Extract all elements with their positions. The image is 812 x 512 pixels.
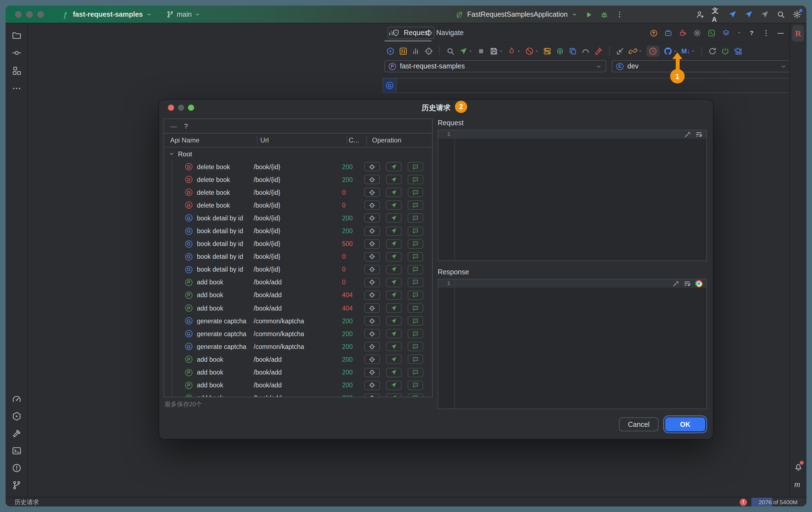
locate-api-button[interactable]	[364, 329, 380, 339]
open-in-browser-chrome-icon[interactable]	[695, 280, 702, 287]
clear-icon[interactable]	[594, 47, 603, 55]
gauge-icon[interactable]	[11, 394, 21, 404]
table-row[interactable]: Padd book/book/add0	[164, 276, 432, 289]
view-detail-button[interactable]	[408, 342, 423, 351]
help-icon[interactable]: ?	[748, 29, 756, 37]
table-row[interactable]: Gbook detail by id/book/{id}200	[164, 212, 432, 224]
view-detail-button[interactable]	[408, 252, 423, 261]
view-detail-icon[interactable]	[412, 189, 419, 196]
contact-icon[interactable]	[707, 29, 716, 37]
view-detail-button[interactable]	[408, 316, 423, 326]
generate-params-icon[interactable]	[556, 47, 564, 55]
warning-icon[interactable]	[11, 463, 21, 473]
view-detail-button[interactable]	[408, 303, 423, 313]
view-detail-icon[interactable]	[412, 215, 419, 221]
resend-request-icon[interactable]	[390, 202, 397, 209]
view-detail-icon[interactable]	[412, 253, 419, 260]
resend-request-button[interactable]	[386, 200, 402, 210]
chevron-expanded-icon[interactable]	[169, 151, 175, 157]
locate-api-icon[interactable]	[369, 330, 375, 337]
deploy-send-2-icon[interactable]	[744, 10, 753, 19]
ok-button[interactable]: OK	[665, 417, 705, 431]
locate-api-icon[interactable]	[369, 292, 375, 299]
env-select[interactable]: E dev	[612, 60, 791, 72]
debug-button[interactable]	[600, 10, 608, 19]
chevron-down-icon[interactable]	[572, 12, 577, 17]
locate-api-icon[interactable]	[369, 369, 375, 376]
resend-request-button[interactable]	[386, 342, 402, 351]
resend-request-button[interactable]	[386, 393, 402, 397]
copy-url-icon[interactable]	[629, 47, 637, 55]
locate-api-button[interactable]	[364, 175, 380, 184]
locate-api-button[interactable]	[364, 265, 380, 274]
locate-api-button[interactable]	[364, 380, 380, 390]
locate-api-button[interactable]	[364, 342, 380, 351]
soft-wrap-icon[interactable]	[684, 280, 691, 287]
resend-request-icon[interactable]	[390, 369, 397, 376]
view-detail-button[interactable]	[408, 368, 423, 377]
settings-icon[interactable]	[693, 29, 701, 37]
cancel-button[interactable]: Cancel	[619, 417, 659, 431]
locate-api-button[interactable]	[364, 368, 380, 377]
dropdown-caret-icon[interactable]	[737, 31, 742, 35]
resend-request-icon[interactable]	[390, 189, 397, 196]
locate-api-button[interactable]	[364, 226, 380, 236]
terminal-icon[interactable]	[11, 446, 21, 456]
table-row[interactable]: Gbook detail by id/book/{id}500	[164, 237, 432, 250]
stop-request-icon[interactable]	[476, 47, 486, 55]
resend-request-icon[interactable]	[390, 292, 397, 299]
locate-api-button[interactable]	[364, 316, 380, 326]
dropdown-caret-icon[interactable]	[534, 49, 539, 53]
locate-api-icon[interactable]	[369, 356, 375, 363]
locate-api-icon[interactable]	[369, 189, 375, 196]
locate-api-icon[interactable]	[369, 240, 375, 247]
curve-tool-icon[interactable]	[581, 47, 590, 55]
resend-request-button[interactable]	[386, 329, 402, 339]
resend-request-icon[interactable]	[390, 318, 397, 324]
locate-api-icon[interactable]	[369, 202, 375, 209]
fast-request-logo[interactable]: R	[792, 25, 804, 42]
locate-api-button[interactable]	[364, 188, 380, 197]
locate-api-icon[interactable]	[369, 318, 375, 324]
reformat-wand-icon[interactable]	[684, 131, 691, 138]
response-editor[interactable]: 1	[438, 279, 707, 409]
manage-config-icon[interactable]	[399, 47, 408, 55]
view-detail-icon[interactable]	[412, 279, 419, 286]
upgrade-icon[interactable]	[649, 29, 658, 37]
view-detail-icon[interactable]	[412, 292, 419, 299]
refresh-icon[interactable]	[708, 47, 717, 55]
locate-api-icon[interactable]	[369, 382, 375, 388]
help-button[interactable]: ?	[184, 122, 188, 130]
deploy-send-disabled-icon[interactable]	[760, 10, 769, 19]
view-detail-button[interactable]	[408, 239, 423, 248]
project-select[interactable]: P fast-request-samples	[384, 60, 606, 72]
table-row[interactable]: Gbook detail by id/book/{id}0	[164, 250, 432, 263]
deploy-send-1-icon[interactable]	[728, 10, 737, 19]
method-selector[interactable]: G	[383, 78, 397, 92]
resend-request-icon[interactable]	[390, 330, 397, 337]
resend-request-icon[interactable]	[390, 163, 397, 170]
run-configuration[interactable]: FastRequestSamplesApplication	[467, 10, 568, 18]
view-detail-button[interactable]	[408, 175, 423, 184]
dropdown-caret-icon[interactable]	[517, 49, 521, 53]
notifications-bell-icon[interactable]	[794, 462, 803, 471]
git-branch-icon[interactable]	[11, 480, 21, 490]
view-detail-icon[interactable]	[412, 330, 419, 337]
view-detail-icon[interactable]	[412, 227, 419, 234]
locate-api-icon[interactable]	[369, 215, 375, 221]
view-detail-button[interactable]	[408, 355, 423, 364]
view-detail-icon[interactable]	[412, 343, 419, 350]
table-row[interactable]: Ggenerate captcha/common/kaptcha200	[164, 327, 432, 340]
table-row[interactable]: Ggenerate captcha/common/kaptcha200	[164, 315, 432, 327]
view-detail-icon[interactable]	[412, 240, 419, 247]
locate-api-button[interactable]	[364, 162, 380, 171]
minimize-button[interactable]	[26, 11, 33, 18]
table-row[interactable]: Ddelete book/book/{id}200	[164, 173, 432, 186]
view-detail-button[interactable]	[408, 188, 423, 197]
column-api-name[interactable]: Api Name	[164, 136, 257, 144]
maximize-button[interactable]	[37, 11, 44, 18]
tab-navigate[interactable]: Navigate	[425, 29, 464, 37]
resend-request-button[interactable]	[386, 291, 402, 300]
disable-edit-icon[interactable]	[525, 47, 534, 55]
window-traffic-lights[interactable]	[15, 11, 44, 18]
